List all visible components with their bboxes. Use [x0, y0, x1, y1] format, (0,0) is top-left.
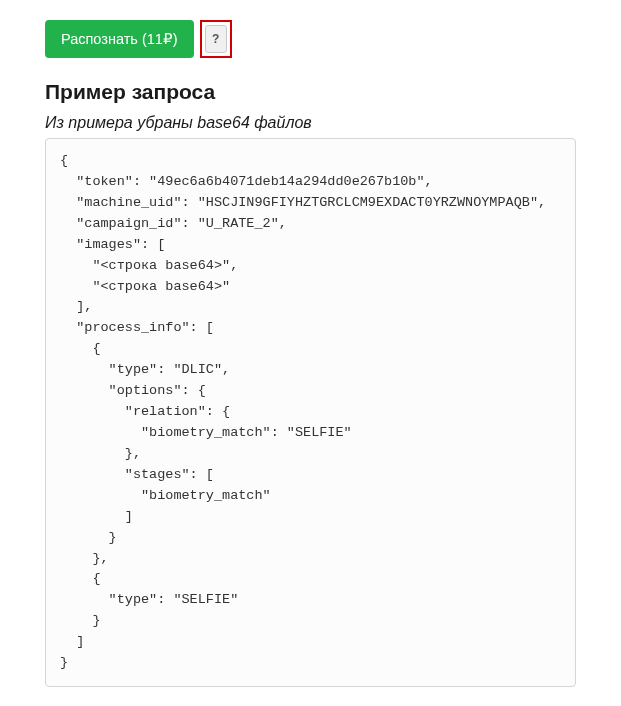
section-subtitle: Из примера убраны base64 файлов [45, 114, 576, 132]
help-button[interactable]: ? [205, 25, 227, 53]
help-highlight-frame: ? [200, 20, 232, 58]
recognize-button[interactable]: Распознать (11₽) [45, 20, 194, 58]
section-title: Пример запроса [45, 80, 576, 104]
request-example-code: { "token": "49ec6a6b4071deb14a294dd0e267… [45, 138, 576, 687]
action-row: Распознать (11₽) ? [45, 20, 576, 58]
